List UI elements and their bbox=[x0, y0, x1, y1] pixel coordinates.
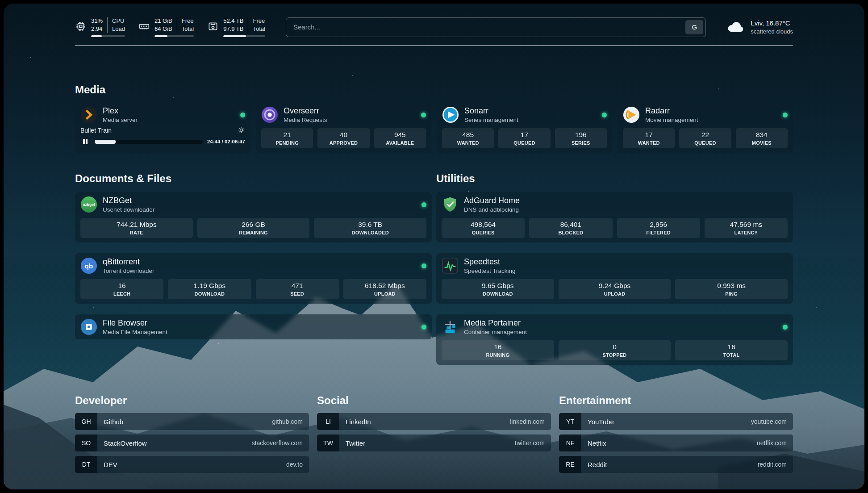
section-title-utilities: Utilities bbox=[436, 172, 793, 185]
service-subtitle: Series management bbox=[464, 117, 518, 123]
stat-box: 0.993 ms PING bbox=[675, 279, 788, 299]
stat-box: 196 SERIES bbox=[555, 128, 607, 148]
stat-box: 22 QUEUED bbox=[679, 128, 731, 148]
bookmark-group-entertainment: Entertainment YT YouTube youtube.com NF … bbox=[559, 394, 793, 477]
bookmark-url: youtube.com bbox=[751, 418, 787, 425]
stat-box: 945 AVAILABLE bbox=[374, 128, 426, 148]
bookmark-netflix[interactable]: NF Netflix netflix.com bbox=[559, 435, 793, 451]
service-card-overseerr[interactable]: Overseerr Media Requests 21 PENDING 40 A… bbox=[256, 102, 431, 153]
bookmark-dev[interactable]: DT DEV dev.to bbox=[75, 456, 309, 473]
filebrowser-icon bbox=[80, 318, 97, 335]
service-name: Sonarr bbox=[464, 106, 518, 116]
stat-box: 9.24 Gbps UPLOAD bbox=[559, 279, 671, 299]
stat-box: 21 PENDING bbox=[261, 128, 313, 148]
bookmark-url: linkedin.com bbox=[510, 418, 545, 425]
cpu-percent: 31% bbox=[91, 17, 103, 25]
nzbget-icon: nzbget bbox=[80, 196, 97, 213]
bookmarks: Developer GH Github github.com SO StackO… bbox=[75, 394, 793, 477]
bookmark-github[interactable]: GH Github github.com bbox=[75, 413, 309, 430]
playback-progress-bar[interactable] bbox=[95, 140, 203, 144]
bookmark-name: LinkedIn bbox=[346, 418, 371, 426]
stat-box: 17 WANTED bbox=[623, 128, 675, 148]
bookmark-url: twitter.com bbox=[515, 439, 545, 447]
pause-button[interactable] bbox=[80, 138, 90, 145]
service-subtitle: Media server bbox=[103, 117, 138, 123]
status-dot bbox=[602, 113, 607, 117]
dashboard: 31% 2.94 CPU Load bbox=[4, 4, 864, 489]
service-name: File Browser bbox=[103, 318, 167, 328]
stat-box: 17 QUEUED bbox=[498, 128, 550, 148]
service-card-nzbget[interactable]: nzbget NZBGet Usenet downloader 744.21 M… bbox=[75, 192, 432, 242]
memory-total: 64 GiB bbox=[154, 25, 172, 33]
weather-widget: Lviv, 16.87°C scattered clouds bbox=[726, 19, 793, 36]
bookmark-abbr: YT bbox=[559, 413, 581, 430]
service-card-adguard[interactable]: AdGuard Home DNS and adblocking 498,564 … bbox=[436, 192, 793, 242]
bookmark-reddit[interactable]: RE Reddit reddit.com bbox=[559, 456, 793, 473]
bookmark-url: github.com bbox=[272, 418, 303, 425]
bookmark-name: Reddit bbox=[588, 461, 607, 468]
cpu-icon bbox=[75, 21, 87, 34]
bookmark-youtube[interactable]: YT YouTube youtube.com bbox=[559, 413, 793, 430]
stat-box: 744.21 Mbps RATE bbox=[80, 218, 193, 238]
stat-box: 1.19 Gbps DOWNLOAD bbox=[168, 279, 251, 299]
service-subtitle: Speedtest Tracking bbox=[464, 267, 516, 274]
bookmark-url: stackoverflow.com bbox=[252, 439, 303, 447]
bookmark-name: YouTube bbox=[588, 418, 614, 426]
bookmark-linkedin[interactable]: LI LinkedIn linkedin.com bbox=[317, 413, 551, 430]
stat-box: 39.6 TB DOWNLOADED bbox=[314, 218, 426, 238]
bookmark-stackoverflow[interactable]: SO StackOverflow stackoverflow.com bbox=[75, 435, 309, 451]
gear-icon[interactable] bbox=[238, 126, 245, 134]
status-dot bbox=[421, 325, 426, 330]
bookmark-name: DEV bbox=[104, 461, 117, 468]
service-subtitle: Container management bbox=[464, 329, 527, 335]
cpu-label-bottom: Load bbox=[112, 25, 125, 33]
service-subtitle: Torrent downloader bbox=[103, 267, 154, 274]
bookmark-abbr: NF bbox=[559, 435, 581, 451]
service-card-radarr[interactable]: Radarr Movie management 17 WANTED 22 QUE… bbox=[618, 102, 793, 153]
service-card-sonarr[interactable]: Sonarr Series management 485 WANTED 17 Q… bbox=[437, 102, 612, 153]
bookmark-url: reddit.com bbox=[758, 461, 787, 468]
disk-label-top: Free bbox=[253, 17, 265, 25]
service-card-filebrowser[interactable]: File Browser Media File Management bbox=[75, 314, 432, 339]
section-title-media: Media bbox=[75, 84, 793, 96]
memory-widget: 21 GiB 64 GiB Free Total bbox=[138, 17, 194, 37]
disk-widget: 52.4 TB 97.9 TB Free Total bbox=[207, 17, 265, 37]
service-card-speedtest[interactable]: Speedtest Speedtest Tracking 9.65 Gbps D… bbox=[436, 253, 793, 304]
stat-box: 16 RUNNING bbox=[442, 340, 554, 360]
memory-icon bbox=[138, 21, 150, 34]
stat-box: 2,956 FILTERED bbox=[617, 218, 700, 238]
bookmark-abbr: RE bbox=[559, 456, 581, 473]
header-divider bbox=[75, 45, 793, 46]
bookmark-url: netflix.com bbox=[757, 439, 787, 447]
stat-box: 86,401 BLOCKED bbox=[529, 218, 612, 238]
stat-box: 618.52 Mbps UPLOAD bbox=[343, 279, 426, 299]
bookmark-abbr: DT bbox=[75, 456, 97, 473]
bookmark-abbr: TW bbox=[317, 435, 339, 451]
bookmark-twitter[interactable]: TW Twitter twitter.com bbox=[317, 435, 551, 451]
bookmark-group-developer: Developer GH Github github.com SO StackO… bbox=[75, 394, 309, 477]
service-name: Radarr bbox=[645, 106, 698, 116]
stat-box: 9.65 Gbps DOWNLOAD bbox=[442, 279, 554, 299]
search-input[interactable] bbox=[292, 23, 685, 31]
service-card-portainer[interactable]: Media Portainer Container management 16 … bbox=[436, 314, 793, 365]
service-name: Media Portainer bbox=[464, 318, 527, 328]
sonarr-icon bbox=[442, 106, 459, 123]
service-name: AdGuard Home bbox=[464, 196, 520, 205]
status-dot bbox=[783, 113, 788, 117]
service-card-plex[interactable]: Plex Media server Bullet Train bbox=[75, 102, 250, 153]
service-name: Plex bbox=[103, 106, 138, 116]
service-name: NZBGet bbox=[103, 196, 154, 205]
service-name: qBittorrent bbox=[103, 257, 154, 267]
stat-box: 498,564 QUERIES bbox=[442, 218, 525, 238]
cpu-load-value: 2.94 bbox=[91, 25, 103, 33]
radarr-icon bbox=[623, 106, 640, 123]
top-bar: 31% 2.94 CPU Load bbox=[75, 17, 793, 37]
search-provider-button[interactable]: G bbox=[685, 20, 703, 34]
memory-free: 21 GiB bbox=[154, 17, 172, 25]
disk-total: 97.9 TB bbox=[223, 25, 243, 33]
media-grid: Plex Media server Bullet Train bbox=[75, 102, 793, 153]
bookmark-abbr: SO bbox=[75, 435, 97, 451]
stat-box: 16 LEECH bbox=[80, 279, 163, 299]
status-dot bbox=[421, 263, 426, 268]
service-card-qbittorrent[interactable]: qb qBittorrent Torrent downloader 16 LEE… bbox=[75, 253, 432, 304]
